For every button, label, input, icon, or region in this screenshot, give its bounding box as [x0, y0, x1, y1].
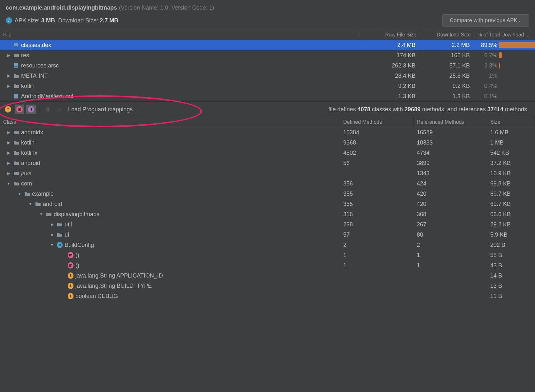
expand-icon[interactable]: ▶	[6, 74, 12, 78]
defined-methods: 2	[340, 242, 414, 248]
class-size: 69.7 KB	[487, 201, 535, 208]
expand-icon[interactable]: ▶	[6, 53, 12, 58]
class-row[interactable]: ▶fboolean DEBUG11 B	[0, 291, 535, 301]
expand-icon[interactable]: ▼	[38, 212, 44, 216]
svg-text:<>: <>	[14, 96, 18, 98]
file-row[interactable]: ▶res174 KB166 KB6.7%	[0, 50, 535, 60]
col-file[interactable]: File	[0, 30, 359, 40]
file-name: META-INF	[21, 73, 48, 79]
col-defined-methods[interactable]: Defined Methods	[340, 117, 414, 127]
class-size: 1 MB	[487, 139, 535, 146]
class-size: 1.6 MB	[487, 129, 535, 136]
class-size: 5.9 KB	[487, 231, 535, 238]
referenced-methods: 1	[414, 262, 487, 269]
folder-icon	[46, 211, 52, 217]
class-row[interactable]: ▶android56389937.2 KB	[0, 158, 535, 168]
class-name: kotlinx	[21, 150, 37, 156]
referenced-methods: 80	[414, 231, 487, 238]
expand-icon[interactable]: ▶	[49, 232, 55, 237]
class-row[interactable]: ▶java134310.9 KB	[0, 168, 535, 178]
field-icon: f	[68, 283, 74, 289]
class-size: 66.6 KB	[487, 211, 535, 218]
raw-size: 28.4 KB	[359, 73, 420, 79]
percent: 89.5%	[474, 42, 499, 49]
folder-icon	[13, 160, 19, 166]
class-row[interactable]: ▶m()1155 B	[0, 250, 535, 260]
class-row[interactable]: ▼example35542069.7 KB	[0, 189, 535, 199]
expand-icon[interactable]: ▶	[6, 130, 12, 135]
class-row[interactable]: ▼displayingbitmaps31636866.6 KB	[0, 209, 535, 219]
file-row[interactable]: ▶META-INF28.4 KB25.8 KB1%	[0, 71, 535, 81]
percent: 0.4%	[474, 83, 499, 90]
expand-icon[interactable]: ▶	[49, 222, 55, 227]
class-row[interactable]: ▶kotlinx45024734542 KB	[0, 148, 535, 158]
class-name: android	[43, 201, 62, 208]
expand-icon[interactable]: ▼	[27, 202, 33, 206]
file-name: AndroidManifest.xml	[21, 93, 73, 100]
referenced-methods: 3899	[414, 160, 487, 167]
file-name: kotlin	[21, 83, 35, 90]
expand-icon[interactable]: ▶	[6, 171, 12, 176]
expand-icon[interactable]: ▶	[6, 84, 12, 88]
folder-icon	[57, 232, 63, 238]
folder-icon	[13, 181, 19, 186]
expand-icon[interactable]: ▶	[6, 151, 12, 155]
load-proguard-mappings-button[interactable]: Load Proguard mappings...	[66, 106, 137, 113]
package-name: com.example.android.displayingbitmaps	[6, 4, 117, 11]
deobfuscate-icon[interactable]: ▭	[54, 105, 64, 114]
class-row[interactable]: ▶androidx15384165891.6 MB	[0, 127, 535, 137]
class-row[interactable]: ▶fjava.lang.String BUILD_TYPE13 B	[0, 281, 535, 291]
class-name: util	[65, 221, 72, 228]
expand-icon[interactable]: ▼	[49, 243, 55, 247]
expand-icon[interactable]: ▼	[6, 181, 12, 186]
defined-methods: 355	[340, 191, 414, 197]
class-row[interactable]: ▼com35642469.8 KB	[0, 178, 535, 189]
compare-previous-apk-button[interactable]: Compare with previous APK...	[442, 14, 529, 27]
class-size: 29.2 KB	[487, 221, 535, 228]
download-size: 2.2 MB	[420, 42, 474, 49]
referenced-methods: 424	[414, 180, 487, 187]
referenced-methods: 1	[414, 252, 487, 259]
filter-fields-button[interactable]: f	[3, 105, 13, 114]
file-row[interactable]: ▶resources.arsc262.3 KB57.1 KB2.3%	[0, 60, 535, 71]
class-row[interactable]: ▶kotlin9368103831 MB	[0, 137, 535, 148]
class-name: java	[21, 170, 32, 177]
filter-methods-button[interactable]: m	[15, 105, 24, 114]
folder-icon	[13, 73, 19, 79]
col-class[interactable]: Class	[0, 117, 340, 127]
col-raw-size[interactable]: Raw File Size	[359, 30, 420, 40]
file-row[interactable]: ▶kotlin9.2 KB9.2 KB0.4%	[0, 81, 535, 91]
col-percent[interactable]: % of Total Download ...	[474, 30, 535, 40]
class-size: 542 KB	[487, 150, 535, 156]
class-row[interactable]: ▼android35542069.7 KB	[0, 199, 535, 209]
expand-icon[interactable]: ▶	[6, 140, 12, 145]
dex-icon	[13, 63, 19, 68]
xml-icon: <>	[13, 93, 19, 99]
class-row[interactable]: ▶util23826729.2 KB	[0, 219, 535, 230]
col-size[interactable]: Size	[487, 117, 535, 127]
filter-referenced-button[interactable]: ᶠf	[26, 105, 36, 114]
download-size: 9.2 KB	[420, 83, 474, 90]
file-row[interactable]: ▶<>AndroidManifest.xml1.3 KB1.3 KB0.1%	[0, 91, 535, 101]
expand-icon[interactable]: ▼	[17, 192, 22, 196]
class-icon: c	[57, 242, 63, 248]
defined-methods: 238	[340, 221, 414, 228]
class-table-header: Class Defined Methods Referenced Methods…	[0, 117, 535, 127]
method-icon: m	[68, 263, 74, 268]
percent: 2.3%	[474, 62, 499, 69]
expand-icon[interactable]: ▶	[6, 161, 12, 165]
defined-methods: 356	[340, 180, 414, 187]
class-row[interactable]: ▼cBuildConfig22202 B	[0, 240, 535, 250]
folder-icon	[13, 140, 19, 145]
col-download-size[interactable]: Download Size	[420, 30, 474, 40]
folder-icon	[13, 83, 19, 89]
class-name: android	[21, 160, 40, 167]
col-referenced-methods[interactable]: Referenced Methods	[414, 117, 487, 127]
download-size: 1.3 KB	[420, 93, 474, 100]
file-row[interactable]: ▶classes.dex2.4 MB2.2 MB89.5%	[0, 40, 535, 50]
defined-methods: 4502	[340, 150, 414, 156]
navigate-icon[interactable]: ⇅	[43, 105, 52, 114]
class-row[interactable]: ▶fjava.lang.String APPLICATION_ID14 B	[0, 270, 535, 281]
class-row[interactable]: ▶ui57805.9 KB	[0, 230, 535, 240]
class-row[interactable]: ▶m()1143 B	[0, 260, 535, 270]
